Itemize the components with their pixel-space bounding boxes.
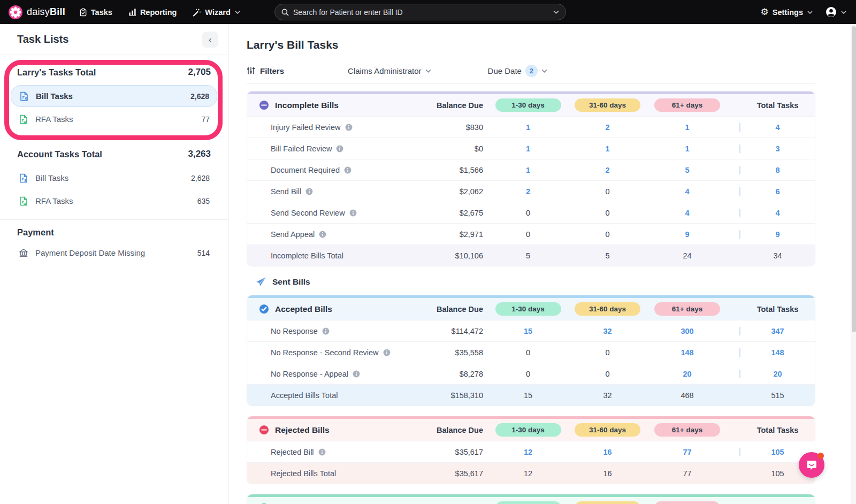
task-count-cell[interactable]: 1	[568, 144, 647, 153]
check-circle-icon	[259, 304, 269, 314]
task-count-cell: 0	[488, 209, 568, 217]
sidebar-item-account-rfa-tasks[interactable]: RFA Tasks 635	[11, 190, 217, 212]
filters-button[interactable]: Filters	[247, 66, 284, 75]
task-count-cell[interactable]: 347	[739, 327, 815, 335]
chevron-down-icon	[425, 69, 431, 73]
info-icon[interactable]	[322, 327, 330, 335]
task-count-cell[interactable]: 5	[647, 166, 727, 174]
task-count-cell[interactable]: 2	[488, 187, 568, 196]
daisybill-brand[interactable]: daisyBill	[9, 5, 65, 19]
info-icon[interactable]	[383, 349, 391, 356]
accepted-bills-table: Accepted BillsBalance Due1-30 days31-60 …	[247, 295, 815, 406]
task-lists-sidebar: Task Lists ‹ Larry's Tasks Total 2,705 $	[0, 24, 228, 504]
task-count-cell: 0	[568, 187, 647, 196]
aging-pill: 1-30 days	[495, 98, 561, 112]
search-input[interactable]	[293, 8, 549, 17]
sidebar-item-rfa-tasks[interactable]: RFA Tasks 77	[11, 108, 217, 130]
sidebar-collapse-button[interactable]: ‹	[202, 32, 218, 48]
task-count-cell[interactable]: 9	[739, 230, 815, 239]
top-navbar: daisyBill Tasks Reporting	[0, 0, 856, 24]
task-count-cell[interactable]: 4	[647, 187, 727, 196]
info-icon[interactable]	[305, 188, 313, 195]
task-label-cell[interactable]: Document Required	[247, 166, 408, 174]
info-icon[interactable]	[318, 448, 326, 456]
task-count-cell[interactable]: 148	[739, 348, 815, 357]
scrollbar-thumb[interactable]	[852, 26, 856, 332]
claims-administrator-filter[interactable]: Claims Administrator	[348, 66, 431, 75]
chevron-down-icon	[541, 69, 547, 73]
sidebar-item-account-bill-tasks[interactable]: $ Bill Tasks 2,628	[11, 167, 217, 189]
task-count-cell[interactable]: 15	[488, 327, 568, 335]
task-count-cell[interactable]: 1	[488, 123, 568, 132]
task-count-cell[interactable]: 3	[739, 144, 815, 153]
nav-reporting[interactable]: Reporting	[128, 8, 177, 17]
task-count-cell[interactable]: 77	[647, 448, 727, 456]
task-label: No Response	[271, 327, 318, 335]
info-icon[interactable]	[345, 124, 353, 131]
task-count-cell: 15	[488, 391, 568, 400]
chevron-down-icon[interactable]	[553, 10, 559, 14]
task-count-cell[interactable]: 300	[647, 327, 727, 335]
task-label-cell[interactable]: No Response - Appeal	[247, 370, 408, 378]
due-date-filter[interactable]: Due Date 2	[488, 65, 547, 77]
chat-support-button[interactable]	[799, 452, 824, 478]
patient-search[interactable]	[274, 4, 566, 20]
task-count-cell[interactable]: 1	[488, 166, 568, 174]
task-label-cell[interactable]: Injury Failed Review	[247, 123, 408, 132]
task-count-cell[interactable]: 148	[647, 348, 727, 357]
paper-plane-icon	[255, 276, 266, 287]
table-row: No Response - Second Review$35,558001481…	[247, 341, 815, 363]
task-label-cell[interactable]: No Response	[247, 327, 408, 335]
task-count-cell[interactable]: 32	[568, 327, 647, 335]
task-label-cell[interactable]: Send Bill	[247, 187, 408, 196]
task-count-cell[interactable]: 20	[739, 370, 815, 378]
task-count-cell[interactable]: 1	[647, 123, 727, 132]
table-row: Send Appeal$2,9710099	[247, 223, 815, 245]
task-count-cell[interactable]: 2	[568, 123, 647, 132]
sidebar-title: Task Lists	[17, 33, 68, 45]
primary-nav: Tasks Reporting Wizard	[79, 8, 240, 17]
task-label-cell[interactable]: No Response - Second Review	[247, 348, 408, 357]
nav-tasks[interactable]: Tasks	[79, 8, 112, 17]
task-count-cell[interactable]: 9	[647, 230, 727, 239]
nav-account[interactable]	[826, 6, 846, 18]
task-label: No Response - Appeal	[271, 370, 348, 378]
task-label-cell[interactable]: Bill Failed Review	[247, 144, 408, 153]
task-count-cell[interactable]: 1	[647, 144, 727, 153]
total-label: Rejected Bills Total	[271, 469, 336, 478]
task-count-cell[interactable]: 6	[739, 187, 815, 196]
task-count-cell[interactable]: 4	[647, 209, 727, 217]
task-count-cell[interactable]: 12	[488, 448, 568, 456]
info-icon[interactable]	[344, 166, 351, 174]
info-icon[interactable]	[336, 145, 343, 152]
info-icon[interactable]	[319, 231, 326, 238]
task-label-cell[interactable]: Send Second Review	[247, 209, 408, 217]
task-label-cell[interactable]: Rejected Bill	[247, 448, 408, 456]
col-1-30-days-header: 1-30 days	[488, 423, 568, 437]
nav-wizard[interactable]: Wizard	[193, 8, 240, 17]
partial-bottom-table: Balance Due1-30 days31-60 days61+ daysTo…	[247, 494, 815, 504]
balance-due-total-cell: $35,617	[408, 469, 488, 478]
table-header-row: Balance Due1-30 days31-60 days61+ daysTo…	[247, 497, 815, 504]
sidebar-item-bill-tasks[interactable]: $ Bill Tasks 2,628	[11, 85, 217, 107]
task-count-cell[interactable]: 1	[488, 144, 568, 153]
table-row: Bill Failed Review$01113	[247, 138, 815, 159]
task-count-cell[interactable]: 2	[568, 166, 647, 174]
task-label-cell[interactable]: Send Appeal	[247, 230, 408, 239]
task-count-cell[interactable]: 4	[739, 209, 815, 217]
task-count-cell[interactable]: 4	[739, 123, 815, 132]
task-count-cell[interactable]: 16	[568, 448, 647, 456]
aging-pill: 31-60 days	[575, 98, 640, 112]
sidebar-item-payment-deposit-date-missing[interactable]: Payment Deposit Date Missing 514	[11, 242, 217, 264]
info-icon[interactable]	[353, 370, 360, 378]
col-61-plus-days-header: 61+ days	[647, 302, 727, 316]
section-title: Larry's Tasks Total	[17, 67, 96, 78]
info-icon[interactable]	[349, 209, 357, 217]
page-scrollbar[interactable]	[851, 24, 856, 504]
task-count-cell[interactable]: 8	[739, 166, 815, 174]
task-count-cell[interactable]: 20	[647, 370, 727, 378]
task-count-cell: 5	[568, 251, 647, 260]
task-label: Send Appeal	[271, 230, 315, 239]
nav-settings[interactable]: ⚙ Settings	[761, 7, 813, 17]
aging-pill: 31-60 days	[575, 423, 640, 437]
